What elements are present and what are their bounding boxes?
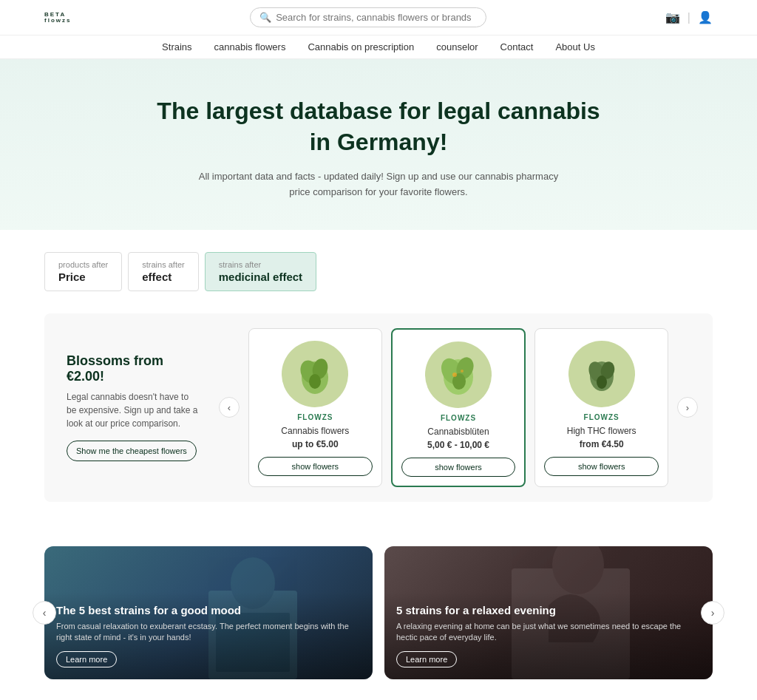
tab-price-main: Price <box>58 271 108 283</box>
product-cards: FLOWZS Cannabis flowers up to €5.00 show… <box>248 328 668 487</box>
carousel-next[interactable]: › <box>677 397 698 418</box>
nav-item-counselor[interactable]: counselor <box>436 41 478 52</box>
tab-effect-main: effect <box>142 271 184 283</box>
product-card-2: FLOWZS Cannabisblüten 5,00 € - 10,00 € s… <box>391 328 526 487</box>
promo-left: Blossoms from €2.00! Legal cannabis does… <box>59 328 207 487</box>
hero-section: The largest database for legal cannabis … <box>0 59 757 230</box>
feature-overlay-evening: 5 strains for a relaxed evening A relaxi… <box>384 592 713 679</box>
product-name-3: High THC flowers <box>567 426 637 436</box>
feature-prev-btn[interactable]: ‹ <box>33 601 56 625</box>
product-img-3 <box>568 341 635 407</box>
product-brand-3: FLOWZS <box>584 413 619 421</box>
product-brand-1: FLOWZS <box>297 413 333 421</box>
nav-item-strains[interactable]: Strains <box>162 41 191 52</box>
product-card-3: FLOWZS High THC flowers from €4.50 show … <box>534 328 668 487</box>
feature-desc-evening: A relaxing evening at home can be just w… <box>396 621 701 644</box>
tab-effect[interactable]: strains after effect <box>128 252 198 291</box>
features-section: ‹ The 5 best strains for a good mood Fro… <box>0 531 757 700</box>
tab-price[interactable]: products after Price <box>44 252 122 291</box>
feature-overlay-mood: The 5 best strains for a good mood From … <box>44 592 373 679</box>
svg-point-9 <box>461 370 464 373</box>
header-divider: | <box>688 11 690 24</box>
product-img-2 <box>425 341 492 408</box>
svg-point-8 <box>452 373 457 377</box>
feature-title-evening: 5 strains for a relaxed evening <box>396 604 701 616</box>
feature-learn-mood[interactable]: Learn more <box>56 651 117 667</box>
product-img-1 <box>282 341 348 407</box>
nav-item-cannabis-flowers[interactable]: cannabis flowers <box>214 41 286 52</box>
features-row: ‹ The 5 best strains for a good mood Fro… <box>44 546 713 679</box>
user-icon[interactable]: 👤 <box>698 10 713 24</box>
product-price-1: up to €5.00 <box>292 439 339 449</box>
product-card-1: FLOWZS Cannabis flowers up to €5.00 show… <box>248 328 382 487</box>
promo-title: Blossoms from €2.00! <box>67 353 200 384</box>
tab-medicinal-main: medicinal effect <box>219 271 302 283</box>
feature-title-mood: The 5 best strains for a good mood <box>56 604 361 616</box>
carousel-wrapper: ‹ FLOWZS Cannabis flowers up to €5.0 <box>219 328 698 487</box>
carousel-prev[interactable]: ‹ <box>219 397 240 418</box>
hero-title: The largest database for legal cannabis … <box>157 96 600 157</box>
hero-subtitle: All important data and facts - updated d… <box>194 169 563 200</box>
promo-button[interactable]: Show me the cheapest flowers <box>67 441 197 461</box>
feature-card-mood: The 5 best strains for a good mood From … <box>44 546 373 679</box>
feature-desc-mood: From casual relaxation to exuberant ecst… <box>56 621 361 644</box>
product-btn-1[interactable]: show flowers <box>258 457 373 476</box>
svg-point-3 <box>309 374 321 389</box>
nav-item-prescription[interactable]: Cannabis on prescription <box>308 41 414 52</box>
logo[interactable]: BETA flowzs <box>44 12 71 24</box>
tab-effect-sub: strains after <box>142 260 184 269</box>
header: BETA flowzs 🔍 📷 | 👤 <box>0 0 757 35</box>
tab-medicinal[interactable]: strains after medicinal effect <box>205 252 316 291</box>
product-name-1: Cannabis flowers <box>281 426 349 436</box>
feature-next-btn[interactable]: › <box>701 601 724 625</box>
main-nav: Strains cannabis flowers Cannabis on pre… <box>0 35 757 59</box>
svg-point-13 <box>597 376 607 389</box>
products-section: Blossoms from €2.00! Legal cannabis does… <box>0 313 757 531</box>
product-brand-2: FLOWZS <box>441 414 476 422</box>
tabs-section: products after Price strains after effec… <box>0 230 757 313</box>
tab-medicinal-sub: strains after <box>219 260 302 269</box>
tabs-row: products after Price strains after effec… <box>44 252 713 291</box>
product-price-2: 5,00 € - 10,00 € <box>427 440 489 450</box>
products-inner: Blossoms from €2.00! Legal cannabis does… <box>44 313 713 502</box>
header-icons: 📷 | 👤 <box>665 10 713 24</box>
search-bar[interactable]: 🔍 <box>250 7 486 27</box>
feature-learn-evening[interactable]: Learn more <box>396 651 457 667</box>
instagram-icon[interactable]: 📷 <box>665 10 680 24</box>
product-name-2: Cannabisblüten <box>427 427 489 437</box>
product-btn-2[interactable]: show flowers <box>401 458 516 477</box>
nav-item-contact[interactable]: Contact <box>500 41 534 52</box>
feature-card-evening: 5 strains for a relaxed evening A relaxi… <box>384 546 713 679</box>
tab-price-sub: products after <box>58 260 108 269</box>
promo-desc: Legal cannabis doesn't have to be expens… <box>67 390 200 430</box>
search-input[interactable] <box>276 12 477 23</box>
nav-item-about[interactable]: About Us <box>555 41 594 52</box>
product-btn-3[interactable]: show flowers <box>544 457 659 476</box>
search-icon: 🔍 <box>259 12 271 23</box>
product-price-3: from €4.50 <box>580 439 624 449</box>
